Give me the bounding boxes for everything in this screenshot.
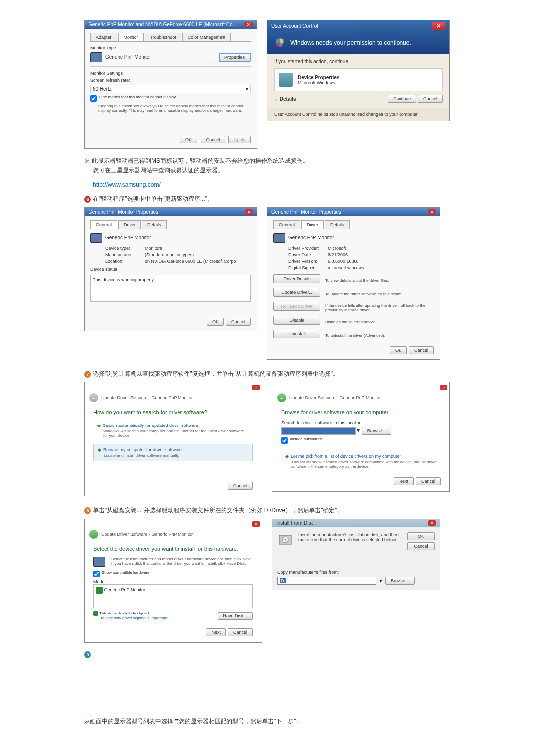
tab-general[interactable]: General <box>273 220 300 229</box>
chevron-down-icon: ▾ <box>246 86 248 92</box>
uac-heading: Windows needs your permission to contion… <box>290 39 411 46</box>
dialog-titlebar: Generic PnP Monitor and NVIDIA GeForce 6… <box>85 20 257 29</box>
wizard-select-driver: × ←Update Driver Software - Generic PnP … <box>84 519 262 643</box>
path-dropdown-icon[interactable]: ▾ <box>379 577 382 584</box>
opt-pick-list[interactable]: ◆Let me pick from a list of device drive… <box>281 451 441 472</box>
rollback-button[interactable]: Roll Back Driver <box>273 302 320 311</box>
tab-general[interactable]: General <box>90 220 117 229</box>
step-9-badge: 9 <box>84 651 91 658</box>
monitor-icon <box>90 52 102 62</box>
back-icon[interactable]: ← <box>277 393 286 402</box>
monitor-icon <box>93 557 105 567</box>
details-expand[interactable]: ⌄ Details <box>274 96 296 102</box>
tab-driver[interactable]: Driver <box>118 220 141 229</box>
properties-button[interactable]: Properties <box>219 53 251 62</box>
shield-icon <box>274 37 285 48</box>
arrow-icon: ◆ <box>285 454 289 459</box>
chevron-down-icon: ⌄ <box>274 96 278 102</box>
have-disk-button[interactable]: Have Disk... <box>218 612 253 620</box>
monitor-type-label: Monitor Type <box>90 46 251 50</box>
close-icon[interactable]: × <box>432 22 445 30</box>
next-button[interactable]: Next <box>394 477 414 485</box>
cancel-button[interactable]: Cancel <box>418 95 443 103</box>
tab-details[interactable]: Details <box>325 220 350 229</box>
uac-titlebar: User Account Control × <box>267 20 449 31</box>
close-icon[interactable]: × <box>252 385 260 390</box>
hide-modes-checkbox[interactable] <box>90 95 97 102</box>
refresh-select[interactable]: 60 Hertz▾ <box>90 85 251 93</box>
tab-color[interactable]: Color Management <box>182 33 231 41</box>
tab-monitor[interactable]: Monitor <box>118 33 144 41</box>
browse-button[interactable]: Browse... <box>385 577 415 585</box>
opt-browse[interactable]: ◆Browse my computer for driver software … <box>93 444 253 461</box>
cancel-button[interactable]: Cancel <box>228 482 253 490</box>
compat-checkbox[interactable] <box>93 571 100 577</box>
prop-general-dialog: Generic PnP Monitor Properties× General … <box>84 207 257 331</box>
dialog-titlebar: Generic PnP Monitor Properties× <box>85 208 257 216</box>
disk-icon <box>277 532 293 548</box>
signing-link[interactable]: Tell me why driver signing is important <box>100 616 167 620</box>
ok-button[interactable]: OK <box>390 346 407 354</box>
monitor-type-value: Generic PnP Monitor <box>105 54 151 60</box>
continue-button[interactable]: Continue <box>388 95 416 103</box>
browse-button[interactable]: Browse... <box>362 427 392 435</box>
program-icon <box>279 73 293 87</box>
ok-button[interactable]: OK <box>180 136 197 143</box>
apply-button[interactable]: Apply <box>228 136 251 143</box>
step-6: 6在"驱动程序"选项卡中单击"更新驱动程序..."。 <box>84 195 455 203</box>
monitor-properties-dialog: Generic PnP Monitor and NVIDIA GeForce 6… <box>84 20 257 149</box>
close-icon[interactable]: × <box>245 209 253 215</box>
cert-icon <box>93 611 98 616</box>
monitor-dialog-title: Generic PnP Monitor and NVIDIA GeForce 6… <box>89 22 237 27</box>
tabs: Adapter Monitor Troubleshoot Color Manag… <box>90 33 251 42</box>
cancel-button[interactable]: Cancel <box>407 542 435 550</box>
include-subfolders-checkbox[interactable] <box>281 437 288 444</box>
close-icon[interactable]: × <box>252 521 260 527</box>
step-8: 8单击"从磁盘安装..."并选择驱动程序安装文件所在的文件夹（例如 D:\Dri… <box>84 506 455 515</box>
uac-started: If you started this action, continue. <box>274 59 443 64</box>
close-icon[interactable]: × <box>428 209 436 215</box>
back-icon[interactable]: ← <box>89 530 98 539</box>
cancel-button[interactable]: Cancel <box>226 318 251 326</box>
cancel-button[interactable]: Cancel <box>416 477 441 485</box>
wizard-title: How do you want to search for driver sof… <box>93 409 253 415</box>
update-driver-button[interactable]: Update Driver... <box>273 288 320 297</box>
cancel-button[interactable]: Cancel <box>228 628 253 636</box>
uac-publisher: Microsoft Windows <box>298 80 340 85</box>
ok-button[interactable]: OK <box>207 318 224 326</box>
status-box: This device is working properly. <box>90 275 251 302</box>
cancel-button[interactable]: Cancel <box>201 136 225 143</box>
close-icon[interactable]: × <box>440 385 447 390</box>
path-dropdown-icon[interactable]: ▾ <box>357 427 360 434</box>
tab-troubleshoot[interactable]: Troubleshoot <box>145 33 181 41</box>
close-icon[interactable]: × <box>428 520 436 526</box>
wizard-search: × ←Update Driver Software - Generic PnP … <box>84 382 262 496</box>
tab-details[interactable]: Details <box>142 220 167 229</box>
tab-adapter[interactable]: Adapter <box>90 33 117 41</box>
cancel-button[interactable]: Cancel <box>409 346 434 354</box>
back-icon[interactable]: ← <box>89 393 98 402</box>
hide-modes-desc: Clearing this check box allows you to se… <box>98 104 251 113</box>
driver-details-button[interactable]: Driver Details <box>273 274 320 283</box>
opt-auto-search[interactable]: ◆Search automatically for updated driver… <box>93 420 253 441</box>
hide-modes-label: Hide modes that this monitor cannot disp… <box>99 95 176 99</box>
prop-driver-dialog: Generic PnP Monitor Properties× General … <box>267 207 440 360</box>
ok-button[interactable]: OK <box>407 532 435 540</box>
wizard-title: Select the device driver you want to ins… <box>93 546 253 552</box>
step-6-badge: 6 <box>84 196 91 203</box>
path-input[interactable] <box>281 427 356 435</box>
step-7-badge: 7 <box>84 371 91 378</box>
samsung-link[interactable]: http://www.samsung.com/ <box>93 181 455 188</box>
path-input[interactable]: D: <box>277 577 376 585</box>
close-icon[interactable]: × <box>244 22 253 27</box>
refresh-label: Screen refresh rate: <box>90 78 251 83</box>
disable-button[interactable]: Disable <box>273 316 320 325</box>
next-button[interactable]: Next <box>206 628 226 636</box>
note-marker: ※ <box>84 157 89 164</box>
step-8-badge: 8 <box>84 507 91 514</box>
tab-driver[interactable]: Driver <box>301 220 324 229</box>
monitor-icon <box>273 233 285 243</box>
model-list[interactable]: Generic PnP Monitor <box>93 584 253 608</box>
uninstall-button[interactable]: Uninstall <box>273 330 320 338</box>
uac-title: User Account Control <box>271 23 318 29</box>
